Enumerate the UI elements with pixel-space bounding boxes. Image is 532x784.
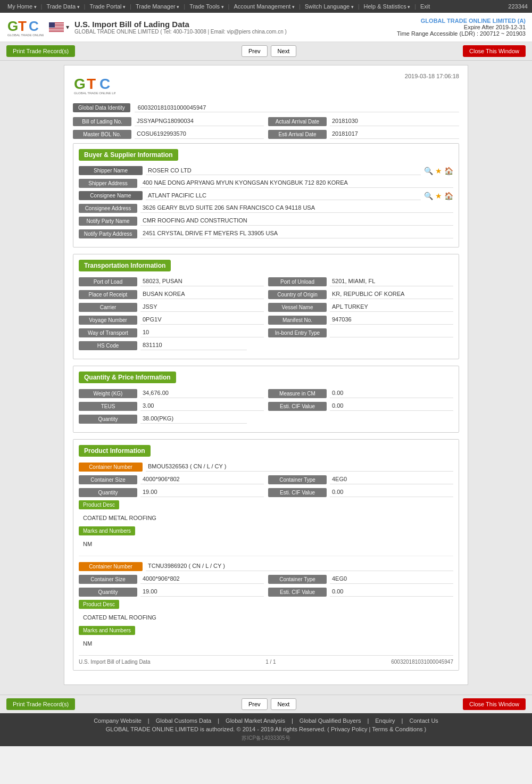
nav-trade-data[interactable]: Trade Data [43, 2, 82, 11]
header-bar: G T C GLOBAL TRADE ONLINE LIMITED ▾ U.S.… [0, 13, 532, 42]
quantity-price-title: Quantity & Price Information [79, 372, 176, 383]
transportation-section: Transportation Information Port of Load … [73, 254, 459, 359]
footer-global-market[interactable]: Global Market Analysis [226, 717, 285, 724]
content-area: G T C GLOBAL TRADE ONLINE LIMITED 2019-0… [0, 61, 532, 695]
consignee-name-value: ATLANT PACIFIC LLC [146, 191, 421, 200]
global-data-identity-label: Global Data Identity [73, 103, 130, 112]
receipt-origin-row: Place of Receipt BUSAN KOREA Country of … [79, 290, 453, 299]
product-quantity-value-0: 19.00 [140, 488, 264, 497]
print-record-button-bottom[interactable]: Print Trade Record(s) [6, 698, 75, 710]
nav-exit[interactable]: Exit [417, 2, 433, 11]
product-desc-btn-0: Product Desc [79, 500, 453, 511]
print-record-button-top[interactable]: Print Trade Record(s) [6, 45, 75, 57]
manifest-no-label: Manifest No. [268, 316, 327, 325]
transportation-title: Transportation Information [79, 260, 171, 271]
svg-rect-11 [49, 22, 55, 28]
svg-text:T: T [18, 18, 27, 34]
notify-party-address-label: Notify Party Address [79, 229, 137, 238]
doc-footer-left: U.S. Import Bill of Lading Data [79, 659, 151, 665]
carrier-value: JSSY [140, 302, 264, 312]
container-type-label-1: Container Type [268, 575, 327, 584]
hs-code-label: HS Code [79, 341, 137, 350]
port-of-load-label: Port of Load [79, 277, 137, 286]
carrier-label: Carrier [79, 303, 137, 312]
top-action-bar: Print Trade Record(s) Prev Next Close Th… [0, 42, 532, 61]
nav-account-management[interactable]: Account Management [230, 2, 298, 11]
container-number-label-1: Container Number [79, 562, 143, 571]
company-name: GLOBAL TRADE ONLINE LIMITED (A) [397, 18, 526, 24]
consignee-search-icon[interactable]: 🔍 [424, 192, 433, 200]
nav-help-statistics[interactable]: Help & Statistics [361, 2, 414, 11]
notify-party-name-row: Notify Party Name CMR ROOFING AND CONSTR… [79, 216, 453, 226]
nav-trade-portal[interactable]: Trade Portal [86, 2, 129, 11]
hs-code-value: 831110 [140, 341, 247, 350]
inbond-entry-type-label: In-bond Entry Type [268, 328, 327, 337]
footer-global-customs[interactable]: Global Customs Data [156, 717, 212, 724]
footer-enquiry[interactable]: Enquiry [375, 717, 395, 724]
place-of-receipt-value: BUSAN KOREA [140, 290, 264, 299]
shipper-home-icon[interactable]: 🏠 [444, 167, 453, 175]
nav-trade-tools[interactable]: Trade Tools [186, 2, 227, 11]
nav-switch-language[interactable]: Switch Language [302, 2, 357, 11]
shipper-star-icon[interactable]: ★ [435, 167, 442, 175]
container-size-label-0: Container Size [79, 475, 137, 484]
teus-value: 3.00 [140, 401, 264, 411]
footer-company-website[interactable]: Company Website [94, 717, 142, 724]
product-esti-cif-label-0: Esti. CIF Value [268, 488, 327, 497]
svg-text:GLOBAL TRADE ONLINE LIMITED: GLOBAL TRADE ONLINE LIMITED [7, 34, 44, 37]
svg-text:G: G [7, 18, 18, 34]
header-right: GLOBAL TRADE ONLINE LIMITED (A) Expire A… [397, 18, 526, 37]
footer-contact-us[interactable]: Contact Us [409, 717, 438, 724]
container-number-label-0: Container Number [79, 463, 143, 472]
port-of-unload-label: Port of Unload [268, 277, 327, 286]
document-footer: U.S. Import Bill of Lading Data 1 / 1 60… [79, 655, 453, 665]
shipper-search-icon[interactable]: 🔍 [424, 167, 433, 175]
flag-container[interactable]: ▾ [49, 22, 69, 32]
esti-cif-value: 0.00 [330, 401, 453, 411]
consignee-star-icon[interactable]: ★ [435, 192, 442, 200]
buyer-supplier-title: Buyer & Supplier Information [79, 149, 178, 161]
carrier-vessel-row: Carrier JSSY Vessel Name APL TURKEY [79, 302, 453, 312]
doc-logo: G T C GLOBAL TRADE ONLINE LIMITED [73, 73, 115, 97]
close-window-button-bottom[interactable]: Close This Window [463, 698, 526, 710]
prev-button-bottom[interactable]: Prev [242, 698, 268, 710]
svg-text:GLOBAL TRADE ONLINE LIMITED: GLOBAL TRADE ONLINE LIMITED [74, 92, 115, 95]
doc-datetime: 2019-03-18 17:06:18 [405, 73, 459, 79]
logo-area: G T C GLOBAL TRADE ONLINE LIMITED ▾ U.S.… [6, 16, 287, 38]
nav-trade-manager[interactable]: Trade Manager [132, 2, 182, 11]
container-type-label-0: Container Type [268, 475, 327, 484]
port-of-unload-value: 5201, MIAMI, FL [330, 277, 453, 286]
master-bol-value: COSU6192993570 [135, 129, 264, 139]
marks-btn-1: Marks and Numbers [79, 626, 453, 637]
manifest-no-value: 947036 [330, 315, 453, 325]
next-button-top[interactable]: Next [271, 45, 297, 57]
next-button-bottom[interactable]: Next [271, 698, 297, 710]
product-info-title: Product Information [79, 445, 151, 457]
container-size-type-row-1: Container Size 4000*906*802 Container Ty… [79, 574, 453, 584]
footer-beian: 苏ICP备14033305号 [4, 735, 528, 742]
close-window-button-top[interactable]: Close This Window [463, 45, 526, 57]
svg-rect-8 [49, 28, 64, 28]
consignee-home-icon[interactable]: 🏠 [444, 192, 453, 200]
shipper-name-value: ROSER CO LTD [146, 166, 421, 175]
container-block-0: Container Number BMOU5326563 ( CN / L / … [79, 462, 453, 548]
shipper-address-value: 400 NAE DONG APRYANG MYUN KYONGSAN KYONG… [140, 178, 453, 188]
header-title-group: U.S. Import Bill of Lading Data GLOBAL T… [74, 20, 287, 35]
master-bol-label: Master BOL No. [73, 130, 131, 139]
logo-svg: G T C GLOBAL TRADE ONLINE LIMITED [6, 16, 44, 38]
product-quantity-label-1: Quantity [79, 588, 137, 597]
container-number-value-1: TCNU3986920 ( CN / L / CY ) [146, 562, 453, 571]
nav-my-home[interactable]: My Home [4, 2, 40, 11]
page-title: U.S. Import Bill of Lading Data [74, 20, 287, 29]
prev-button-top[interactable]: Prev [242, 45, 268, 57]
teus-cif-row: TEUS 3.00 Esti. CIF Value 0.00 [79, 401, 453, 411]
svg-text:G: G [74, 76, 86, 92]
container-number-row-0: Container Number BMOU5326563 ( CN / L / … [79, 462, 453, 472]
product-esti-cif-value-0: 0.00 [330, 488, 453, 497]
hs-code-row: HS Code 831110 [79, 341, 453, 350]
header-subtitle: GLOBAL TRADE ONLINE LIMITED ( Tel: 400-7… [74, 29, 287, 35]
shipper-address-label: Shipper Address [79, 179, 137, 188]
footer-global-qualified[interactable]: Global Qualified Buyers [300, 717, 361, 724]
measure-cm-value: 0.00 [330, 389, 453, 398]
place-of-receipt-label: Place of Receipt [79, 290, 137, 299]
